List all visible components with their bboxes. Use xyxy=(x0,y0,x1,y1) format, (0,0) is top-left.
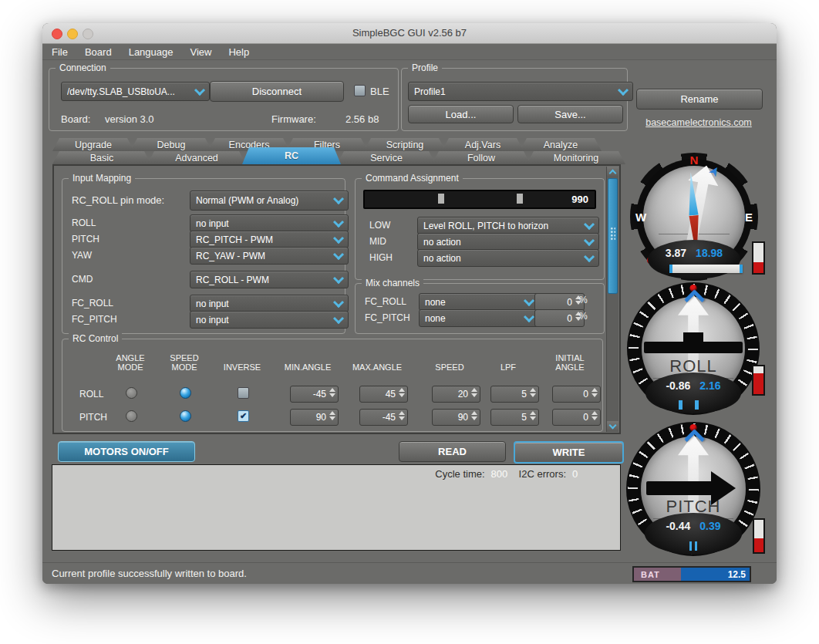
status-message: Current profile successfully written to … xyxy=(52,568,247,579)
high-action-select[interactable]: no action xyxy=(417,249,599,267)
tab-follow[interactable]: Follow xyxy=(432,151,531,164)
write-button[interactable]: WRITE xyxy=(514,441,624,464)
tab-debug[interactable]: Debug xyxy=(130,138,212,151)
ble-label: BLE xyxy=(370,86,389,97)
tab-scripting[interactable]: Scripting xyxy=(364,138,446,151)
serial-port-select[interactable]: /dev/tty.SLAB_USBtoUA... xyxy=(61,82,210,101)
roll-speed-mode-radio[interactable] xyxy=(180,387,191,399)
roll-initial-angle-spinner[interactable]: 0 xyxy=(552,386,601,403)
roll-inverse-checkbox[interactable] xyxy=(238,387,249,399)
pitch-speed-mode-radio[interactable] xyxy=(180,410,191,422)
low-action-select[interactable]: Level ROLL, PITCH to horizon xyxy=(417,217,599,234)
spinner-arrows-icon[interactable] xyxy=(471,411,477,420)
mix-fc-pitch-select[interactable]: none xyxy=(419,309,539,327)
dropdown-chevron-icon xyxy=(194,84,205,95)
pitch-level-bar xyxy=(753,518,765,554)
spinner-arrows-icon[interactable] xyxy=(530,388,536,397)
website-link[interactable]: basecamelectronics.com xyxy=(645,117,752,128)
roll-min-angle-spinner[interactable]: -45 xyxy=(290,386,339,403)
cmd-input-select[interactable]: RC_ROLL - PWM xyxy=(190,271,349,288)
mid-action-select[interactable]: no action xyxy=(417,233,599,251)
pitch-initial-angle-value: 0 xyxy=(583,412,588,423)
command-assignment-title: Command Assignment xyxy=(362,173,463,184)
pitch-speed-spinner[interactable]: 90 xyxy=(432,409,480,426)
roll-lpf-spinner[interactable]: 5 xyxy=(490,386,539,403)
read-button[interactable]: READ xyxy=(399,441,506,462)
tab-advanced[interactable]: Advanced xyxy=(147,151,246,164)
battery-indicator: BAT 12.5 xyxy=(632,566,751,582)
header-min-angle: MIN.ANGLE xyxy=(280,362,335,372)
high-label: HIGH xyxy=(369,252,393,263)
spinner-arrows-icon[interactable] xyxy=(329,411,335,420)
pitch-inverse-checkbox[interactable]: ✔ xyxy=(238,410,249,422)
disconnect-button[interactable]: Disconnect xyxy=(210,81,344,102)
yaw-input-select[interactable]: RC_YAW - PWM xyxy=(190,247,349,265)
tab-monitoring[interactable]: Monitoring xyxy=(527,151,625,164)
tab-adjvars[interactable]: Adj.Vars xyxy=(442,138,524,151)
pitch-angle-mode-radio[interactable] xyxy=(126,410,137,422)
slider-marker-icon xyxy=(517,194,523,204)
header-speed-mode: SPEED MODE xyxy=(157,353,212,372)
pitch-speed-value: 90 xyxy=(458,412,468,423)
fc-pitch-input-select[interactable]: no input xyxy=(190,311,349,329)
tab-upgrade[interactable]: Upgrade xyxy=(52,138,134,151)
scrollbar-thumb[interactable] xyxy=(608,178,618,294)
battery-value: 12.5 xyxy=(681,568,750,581)
menu-file[interactable]: File xyxy=(52,46,68,58)
save-button[interactable]: Save... xyxy=(517,105,623,123)
tab-service[interactable]: Service xyxy=(337,151,436,164)
spinner-arrows-icon[interactable] xyxy=(399,411,405,420)
dropdown-chevron-icon xyxy=(524,295,534,305)
pin-mode-select[interactable]: Normal (PWM or Analog) xyxy=(190,191,349,211)
header-initial-angle: INITIAL ANGLE xyxy=(542,353,598,372)
pitch-min-angle-value: 90 xyxy=(316,412,326,423)
pitch-initial-angle-spinner[interactable]: 0 xyxy=(552,409,601,426)
board-value: version 3.0 xyxy=(105,113,154,125)
compass-north-label: N xyxy=(690,153,699,167)
scrollbar-up-icon[interactable] xyxy=(607,167,618,177)
roll-horizon-bar-icon xyxy=(644,342,742,353)
title-bar: SimpleBGC GUI v2.56 b7 xyxy=(42,23,777,44)
spinner-arrows-icon[interactable] xyxy=(592,388,598,397)
load-button[interactable]: Load... xyxy=(408,105,514,123)
profile-select[interactable]: Profile1 xyxy=(408,82,633,101)
pitch-min-angle-spinner[interactable]: 90 xyxy=(290,409,339,426)
motors-on-off-button[interactable]: MOTORS ON/OFF xyxy=(58,441,195,462)
mix-fc-roll-amount[interactable]: 0 xyxy=(534,293,585,311)
tab-basic[interactable]: Basic xyxy=(52,151,151,164)
fc-roll-input-select[interactable]: no input xyxy=(190,295,349,312)
tab-row-bottom: Basic Advanced RC Service Follow Monitor… xyxy=(52,151,622,164)
fc-roll-input-value: no input xyxy=(196,298,229,309)
tab-analyze[interactable]: Analyze xyxy=(520,138,602,151)
roll-speed-spinner[interactable]: 20 xyxy=(432,386,480,403)
mix-fc-pitch-amount[interactable]: 0 xyxy=(534,309,585,327)
roll-max-angle-spinner[interactable]: 45 xyxy=(359,386,408,403)
ble-checkbox[interactable] xyxy=(354,85,366,96)
profile-group-label: Profile xyxy=(408,62,442,73)
spinner-arrows-icon[interactable] xyxy=(329,388,335,397)
spinner-arrows-icon[interactable] xyxy=(471,388,477,397)
spinner-arrows-icon[interactable] xyxy=(399,388,405,397)
scrollbar-down-icon[interactable] xyxy=(607,421,618,432)
mix-fc-roll-select[interactable]: none xyxy=(419,293,539,311)
spinner-arrows-icon[interactable] xyxy=(530,411,536,420)
pitch-input-select[interactable]: RC_PITCH - PWM xyxy=(190,231,349,248)
rename-button[interactable]: Rename xyxy=(636,89,763,110)
roll-input-select[interactable]: no input xyxy=(190,214,349,232)
menu-view[interactable]: View xyxy=(190,46,212,58)
menu-board[interactable]: Board xyxy=(85,46,112,58)
spinner-arrows-icon[interactable] xyxy=(592,411,598,420)
pitch-lpf-spinner[interactable]: 5 xyxy=(490,409,539,426)
pin-mode-label: RC_ROLL pin mode: xyxy=(72,194,164,206)
mix-fc-roll-label: FC_ROLL xyxy=(365,296,406,307)
command-slider[interactable]: 990 xyxy=(363,190,596,209)
menu-language[interactable]: Language xyxy=(129,46,174,58)
roll-angle-mode-radio[interactable] xyxy=(126,387,137,399)
tab-rc[interactable]: RC xyxy=(242,147,341,164)
pitch-max-angle-spinner[interactable]: -45 xyxy=(359,409,408,426)
cmd-input-label: CMD xyxy=(72,274,93,285)
dropdown-chevron-icon xyxy=(584,251,595,261)
menu-help[interactable]: Help xyxy=(228,46,249,58)
panel-scrollbar[interactable] xyxy=(606,167,618,432)
compass-west-label: W xyxy=(635,211,646,224)
